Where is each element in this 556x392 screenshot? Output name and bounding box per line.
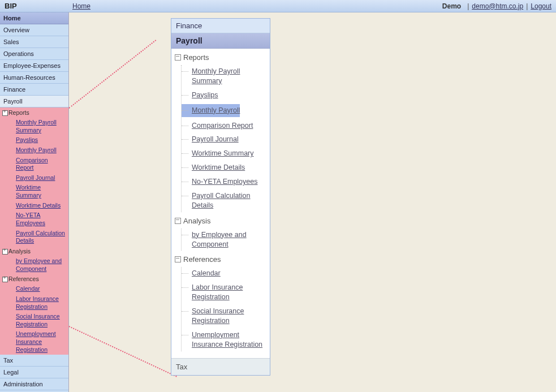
panel-link-payroll-journal[interactable]: Payroll Journal	[182, 133, 266, 146]
sidebar-item-finance[interactable]: Finance	[0, 84, 68, 96]
sidebar-link-worktime-summary[interactable]: Worktime Summary	[0, 183, 68, 200]
sidebar: Home Overview Sales Operations Employee-…	[0, 12, 69, 392]
callout-line-bottom	[69, 326, 177, 377]
sidebar-group-analysis[interactable]: Analysis	[0, 246, 68, 256]
sidebar-link-social-insurance-registration[interactable]: Social Insurance Registration	[0, 312, 68, 329]
logout-link[interactable]: Logout	[531, 2, 551, 10]
sidebar-link-no-yeta-employees[interactable]: No-YETA Employees	[0, 210, 68, 228]
panel-link-by-employee-and-component[interactable]: by Employee and Component	[182, 229, 266, 251]
sidebar-link-unemployment-insurance-registration[interactable]: Unemployment Insurance Registration	[0, 329, 68, 355]
panel-link-calendar[interactable]: Calendar	[182, 267, 266, 280]
home-link[interactable]: Home	[72, 2, 90, 10]
panel-group-references[interactable]: References	[175, 253, 266, 266]
sidebar-link-labor-insurance-registration[interactable]: Labor Insurance Registration	[0, 294, 68, 312]
sidebar-item-payroll[interactable]: Payroll	[0, 96, 68, 107]
sidebar-item-overview[interactable]: Overview	[0, 24, 68, 36]
sidebar-item-administration[interactable]: Administration	[0, 378, 68, 390]
sidebar-link-by-employee-and-component[interactable]: by Employee and Component	[0, 256, 68, 274]
sidebar-link-monthly-payroll-summary[interactable]: Monthly Payroll Summary	[0, 118, 68, 135]
panel-link-monthly-payroll-summary[interactable]: Monthly Payroll Summary	[182, 65, 266, 88]
sidebar-link-worktime-details[interactable]: Worktime Details	[0, 201, 68, 211]
separator: |	[467, 2, 469, 10]
panel-link-payslips[interactable]: Payslips	[182, 89, 266, 102]
content-area: Finance Payroll Reports Monthly Payroll …	[69, 12, 556, 392]
sidebar-home[interactable]: Home	[0, 12, 68, 24]
panel-header-payroll[interactable]: Payroll	[171, 33, 270, 49]
user-name: Demo	[442, 2, 461, 10]
detail-panel: Finance Payroll Reports Monthly Payroll …	[171, 18, 270, 376]
user-email[interactable]: demo@htm.co.jp	[472, 2, 523, 10]
app-header: BIP Home Demo | demo@htm.co.jp | Logout	[0, 0, 556, 12]
callout-line-top	[68, 40, 156, 109]
panel-link-worktime-summary[interactable]: Worktime Summary	[182, 147, 266, 160]
sidebar-link-calendar[interactable]: Calendar	[0, 284, 68, 294]
panel-link-social-insurance-registration[interactable]: Social Insurance Registration	[182, 305, 266, 328]
panel-footer-tax[interactable]: Tax	[171, 358, 270, 375]
panel-link-labor-insurance-registration[interactable]: Labor Insurance Registration	[182, 281, 266, 304]
sidebar-item-employee-expenses[interactable]: Employee-Expenses	[0, 60, 68, 72]
sidebar-item-legal[interactable]: Legal	[0, 367, 68, 378]
sidebar-link-monthly-payroll[interactable]: Monthly Payroll	[0, 145, 68, 156]
separator: |	[526, 2, 528, 10]
sidebar-item-tax[interactable]: Tax	[0, 355, 68, 367]
panel-link-unemployment-insurance-registration[interactable]: Unemployment Insurance Registration	[182, 329, 266, 351]
panel-group-analysis[interactable]: Analysis	[175, 214, 266, 227]
sidebar-item-sales[interactable]: Sales	[0, 36, 68, 48]
sidebar-link-payslips[interactable]: Payslips	[0, 135, 68, 145]
sidebar-group-reports[interactable]: Reports	[0, 107, 68, 118]
sidebar-item-human-resources[interactable]: Human-Resources	[0, 72, 68, 84]
panel-link-worktime-details[interactable]: Worktime Details	[182, 161, 266, 174]
panel-link-monthly-payroll[interactable]: Monthly Payroll	[182, 104, 240, 117]
panel-group-reports[interactable]: Reports	[175, 51, 266, 64]
sidebar-payroll-subarea: Reports Monthly Payroll Summary Payslips…	[0, 107, 68, 355]
panel-link-payroll-calculation-details[interactable]: Payroll Calculation Details	[182, 189, 266, 212]
sidebar-item-operations[interactable]: Operations	[0, 48, 68, 60]
sidebar-link-payroll-calculation-details[interactable]: Payroll Calculation Details	[0, 229, 68, 246]
panel-link-comparison-report[interactable]: Comparison Report	[182, 119, 266, 132]
sidebar-link-payroll-journal[interactable]: Payroll Journal	[0, 173, 68, 183]
panel-header-finance[interactable]: Finance	[171, 19, 270, 33]
panel-link-no-yeta-employees[interactable]: No-YETA Employees	[182, 175, 266, 188]
sidebar-group-references[interactable]: References	[0, 274, 68, 284]
sidebar-link-comparison-report[interactable]: Comparison Report	[0, 156, 68, 173]
app-title: BIP	[5, 2, 72, 10]
